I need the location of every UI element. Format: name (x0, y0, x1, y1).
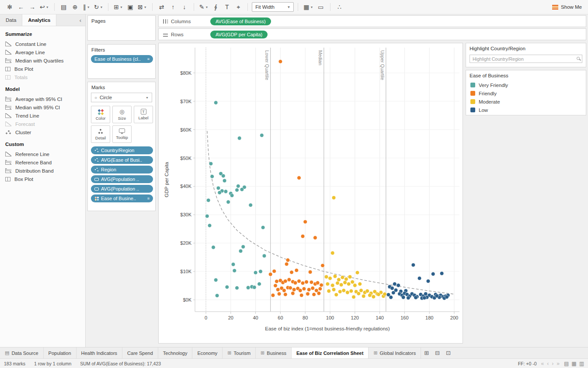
mark-type-dropdown[interactable]: ○ Circle ▼ (91, 93, 152, 102)
scatter-point[interactable] (278, 60, 282, 64)
scatter-point[interactable] (317, 292, 321, 295)
scatter-point[interactable] (358, 282, 362, 286)
scatter-point[interactable] (377, 292, 381, 296)
scatter-point[interactable] (308, 270, 312, 274)
scatter-point[interactable] (343, 281, 347, 285)
scatter-point[interactable] (231, 263, 235, 267)
scatter-point[interactable] (336, 281, 340, 285)
new-datasource-button[interactable]: ⊕ (70, 2, 80, 12)
scatter-point[interactable] (362, 294, 365, 298)
scatter-point[interactable] (293, 281, 297, 285)
scatter-point[interactable] (249, 203, 253, 207)
scatter-point[interactable] (218, 191, 222, 194)
analytics-item-trend-line[interactable]: Trend Line (5, 111, 80, 120)
scatter-point[interactable] (216, 186, 220, 190)
scatter-point[interactable] (341, 275, 344, 279)
undo-button[interactable]: ↩▼ (38, 2, 50, 12)
scatter-point[interactable] (426, 279, 430, 283)
sheet-tab-population[interactable]: Population (44, 347, 77, 358)
scatter-point[interactable] (292, 288, 296, 292)
scatter-point[interactable] (333, 274, 337, 278)
scatter-point[interactable] (299, 293, 303, 297)
mark-pill-avg-ease-of-busi[interactable]: AVG(Ease of Busi.. (91, 156, 153, 164)
mark-pill-country-region[interactable]: Country/Region (91, 146, 153, 154)
scatter-point[interactable] (357, 292, 361, 295)
scatter-point[interactable] (365, 289, 369, 293)
scatter-point[interactable] (297, 279, 301, 283)
scatter-point[interactable] (257, 282, 261, 286)
scatter-point[interactable] (440, 271, 444, 275)
rows-shelf[interactable]: Rows AVG(GDP per Capita) (158, 28, 586, 40)
scatter-point[interactable] (393, 282, 397, 286)
scatter-point[interactable] (339, 283, 343, 287)
scatter-point[interactable] (390, 286, 394, 290)
columns-pill-avg-ease-of-business[interactable]: AVG(Ease of Business) (210, 17, 271, 25)
new-worksheet-tab-button[interactable]: ⊞ (421, 347, 432, 358)
last-page-button[interactable]: » (557, 361, 560, 367)
sheet-tab-tourism[interactable]: ⊞Tourism (223, 347, 256, 358)
scatter-point[interactable] (259, 270, 263, 274)
scatter-point[interactable] (397, 284, 400, 288)
scatter-point[interactable] (414, 296, 418, 300)
scatter-point[interactable] (353, 284, 357, 288)
scatter-point[interactable] (214, 101, 218, 105)
legend-item-friendly[interactable]: Friendly (470, 89, 581, 97)
scatter-point[interactable] (359, 288, 363, 292)
scatter-point[interactable] (318, 287, 322, 291)
scatter-point[interactable] (303, 220, 307, 224)
analytics-item-average-line[interactable]: Average Line (5, 48, 80, 56)
collapse-pane-icon[interactable]: ‹ (76, 14, 85, 26)
scatter-point[interactable] (235, 188, 239, 192)
scatter-point[interactable] (342, 288, 346, 292)
sheet-tab-care-spend[interactable]: Care Spend (122, 347, 158, 358)
analytics-item-cluster[interactable]: Cluster (5, 128, 80, 136)
scatter-point[interactable] (239, 249, 243, 253)
next-page-button[interactable]: › (552, 361, 553, 367)
analytics-item-box-plot[interactable]: Box Plot (5, 65, 80, 73)
scatter-point[interactable] (324, 275, 328, 279)
highlight-button[interactable]: ✎▼ (198, 2, 210, 12)
scatter-point[interactable] (321, 264, 325, 267)
scatter-point[interactable] (297, 176, 301, 180)
legend-item-very-friendly[interactable]: Very Friendly (470, 81, 581, 89)
scatter-point[interactable] (225, 285, 229, 289)
sort-ascending-button[interactable]: ↑ (168, 2, 178, 12)
mark-button-color[interactable]: Color (91, 106, 110, 123)
analytics-item-constant-line[interactable]: Constant Line (5, 40, 80, 48)
scatter-point[interactable] (334, 293, 338, 297)
show-mark-labels-button[interactable]: T (222, 2, 232, 12)
scatter-point[interactable] (284, 279, 288, 283)
scatter-point[interactable] (418, 276, 421, 280)
scatter-point[interactable] (285, 262, 289, 266)
scatter-point[interactable] (208, 224, 212, 228)
duplicate-sheet-button[interactable]: ▣ (125, 2, 136, 12)
scatter-point[interactable] (275, 280, 279, 284)
sheet-tab-business[interactable]: ⊞Business (256, 347, 292, 358)
rows-pill-avg-gdp-per-capita[interactable]: AVG(GDP per Capita) (210, 31, 268, 38)
highlight-search-input[interactable] (470, 55, 582, 63)
scatter-point[interactable] (445, 295, 449, 299)
swap-axes-button[interactable]: ⇄ (157, 2, 167, 12)
scatter-point[interactable] (261, 226, 265, 229)
analytics-item-distribution-band[interactable]: Distribution Band (5, 167, 80, 175)
fix-axes-button[interactable]: ⌖ (233, 2, 244, 12)
scatter-point[interactable] (401, 295, 405, 299)
scatter-point[interactable] (328, 276, 332, 280)
scatter-point[interactable] (306, 292, 310, 296)
scatter-point[interactable] (407, 296, 411, 300)
scatter-point[interactable] (301, 234, 305, 238)
tableau-logo[interactable]: ✻ (4, 2, 15, 12)
scatter-point[interactable] (372, 295, 376, 299)
prev-page-button[interactable]: ‹ (547, 361, 549, 367)
mark-pill-ease-of-busine[interactable]: Ease of Busine..≡ (91, 194, 153, 202)
mark-pill-avg-population[interactable]: AVG(Population .. (91, 185, 153, 193)
analytics-item-median-with-quartiles[interactable]: Median with Quartiles (5, 56, 80, 65)
scatter-point[interactable] (241, 245, 245, 249)
scatter-point[interactable] (272, 269, 276, 273)
scatter-point[interactable] (271, 293, 275, 297)
scatter-point[interactable] (320, 283, 324, 287)
scatter-point[interactable] (295, 268, 299, 272)
scatter-point[interactable] (282, 288, 286, 292)
scatter-point[interactable] (237, 136, 241, 140)
scatter-point[interactable] (346, 291, 350, 295)
